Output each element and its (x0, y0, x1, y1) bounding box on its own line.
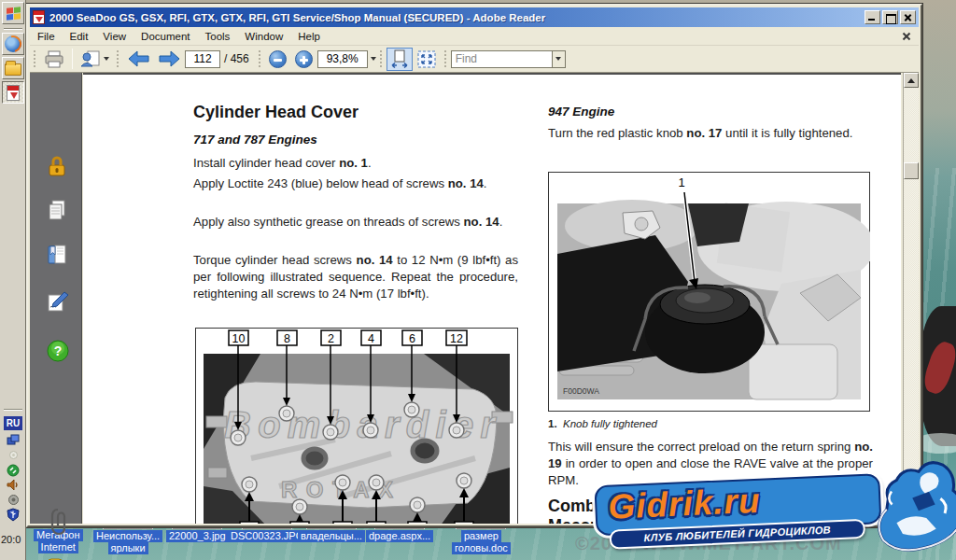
chevron-down-icon (104, 57, 109, 61)
security-lock-icon[interactable] (46, 155, 68, 177)
subsection-heading: 717 and 787 Engines (193, 133, 520, 147)
figure-caption: 1. Knob fully tightened (548, 417, 873, 430)
toolbar-grip[interactable] (33, 49, 37, 68)
attachments-panel-icon[interactable] (46, 507, 68, 529)
fit-page-button[interactable] (413, 48, 441, 71)
signature-panel-icon[interactable] (46, 290, 68, 313)
previous-page-button[interactable] (123, 48, 154, 71)
menu-help[interactable]: Help (290, 28, 328, 45)
settings-icon[interactable] (6, 448, 21, 462)
triangle-up-icon (907, 78, 915, 83)
wallpaper-jetski-photo (919, 306, 956, 446)
connection-icon[interactable] (6, 463, 21, 477)
knob-figure: 1 F00D0WA (548, 172, 870, 415)
paragraph: Apply also synthetic grease on threads o… (193, 214, 518, 231)
svg-text:?: ? (54, 343, 63, 358)
page-number-input[interactable] (185, 50, 220, 68)
section-heading: Cylinder Head Cover (193, 103, 520, 122)
scroll-up-button[interactable] (904, 73, 919, 88)
language-indicator[interactable]: RU (4, 416, 22, 430)
paragraph: Turn the red plastic knob no. 17 until i… (548, 125, 873, 142)
pages-panel-icon[interactable] (46, 199, 68, 221)
help-icon[interactable]: ? (46, 339, 68, 361)
zoom-in-icon (295, 50, 313, 68)
find-dropdown-button[interactable] (552, 50, 566, 68)
svg-text:2: 2 (328, 332, 334, 345)
gidrik-watermark-logo: Gidrik.ru КЛУБ ЛЮБИТЕЛЕЙ ГИДРОЦИКЛОВ (586, 462, 956, 560)
document-page[interactable]: Cylinder Head Cover 717 and 787 Engines … (83, 73, 901, 524)
next-page-button[interactable] (154, 48, 185, 71)
device-icon[interactable] (6, 493, 21, 507)
toolbar-close-icon[interactable] (902, 32, 911, 41)
paragraph: Install cylinder head cover no. 1. (193, 155, 520, 172)
svg-text:4: 4 (368, 332, 374, 345)
menu-edit[interactable]: Edit (63, 28, 96, 45)
navigation-pane: ? (30, 73, 82, 524)
menu-view[interactable]: View (95, 28, 134, 45)
toolbar: / 456 93,8% (30, 46, 919, 73)
svg-text:F00D0WA: F00D0WA (563, 386, 599, 396)
menu-window[interactable]: Window (237, 28, 290, 45)
toolbar-grip[interactable] (379, 49, 384, 68)
zoom-level-box[interactable]: 93,8% (317, 50, 368, 68)
person-page-icon (80, 49, 101, 68)
start-button[interactable] (2, 2, 24, 24)
vertical-taskbar: RU 20:0 (0, 0, 26, 560)
window-title: 2000 SeaDoo GS, GSX, RFI, GTX, GTX, RFI,… (49, 8, 863, 27)
arrow-left-icon (127, 49, 150, 68)
subsection-heading: 947 Engine (548, 105, 875, 119)
toolbar-grip[interactable] (258, 49, 262, 68)
quicklaunch-firefox-button[interactable] (2, 33, 24, 55)
svg-text:12: 12 (450, 332, 463, 345)
close-button[interactable] (900, 10, 916, 24)
find-input[interactable] (451, 50, 552, 68)
menu-tools[interactable]: Tools (198, 28, 238, 45)
zoom-out-button[interactable] (265, 48, 291, 71)
quicklaunch-explorer-button[interactable] (2, 57, 24, 79)
taskbar-clock[interactable]: 20:0 (1, 534, 26, 545)
folder-icon (5, 63, 21, 76)
network-icon[interactable] (6, 433, 21, 447)
collaborate-button[interactable] (77, 48, 113, 71)
minimize-button[interactable] (865, 10, 880, 24)
taskbar-separator (4, 28, 22, 30)
svg-text:8: 8 (284, 332, 290, 345)
toolbar-grip[interactable] (443, 49, 448, 68)
page-total-label: / 456 (224, 50, 249, 68)
maximize-button[interactable] (882, 10, 898, 24)
chevron-down-icon (555, 57, 561, 61)
title-bar[interactable]: 2000 SeaDoo GS, GSX, RFI, GTX, GTX, RFI,… (30, 7, 919, 27)
arrow-right-icon (158, 49, 181, 68)
paragraph: Apply Loctite 243 (blue) below head of s… (193, 175, 518, 192)
jetski-rider-icon (865, 455, 956, 557)
bookmarks-panel-icon[interactable] (46, 244, 68, 266)
taskbar-adobe-reader-button[interactable] (2, 81, 24, 104)
print-button[interactable] (40, 48, 68, 71)
adobe-reader-app-icon (33, 10, 45, 24)
usb-safely-remove-icon[interactable] (6, 508, 21, 522)
firefox-icon (5, 35, 21, 52)
toolbar-grip[interactable] (116, 49, 120, 68)
svg-text:10: 10 (232, 332, 246, 345)
printer-icon (44, 50, 64, 68)
page-scroll-icon (390, 49, 409, 69)
comments-panel-icon[interactable] (46, 556, 68, 560)
scrolling-mode-button[interactable] (387, 48, 413, 71)
menu-file[interactable]: File (30, 28, 63, 45)
zoom-dropdown-icon[interactable] (371, 57, 376, 61)
svg-text:6: 6 (409, 332, 415, 345)
zoom-out-icon (269, 50, 287, 68)
zoom-in-button[interactable] (291, 48, 317, 71)
paragraph: Torque cylinder head screws no. 14 to 12… (193, 252, 518, 303)
desktop: МегафонInternet Неиспользу...ярлыки 2200… (0, 0, 956, 560)
windows-logo-icon (7, 7, 21, 21)
menu-document[interactable]: Document (134, 28, 197, 45)
volume-icon[interactable] (6, 478, 21, 492)
adobe-reader-window: 2000 SeaDoo GS, GSX, RFI, GTX, GTX, RFI,… (26, 4, 922, 527)
tray-separator (4, 409, 22, 411)
menu-bar: File Edit View Document Tools Window Hel… (30, 28, 919, 46)
pdf-document-icon (7, 85, 20, 101)
scrollbar-thumb[interactable] (904, 162, 919, 179)
torque-sequence-figure: Bombardier ROTAX (195, 328, 518, 524)
svg-text:1: 1 (678, 175, 684, 189)
